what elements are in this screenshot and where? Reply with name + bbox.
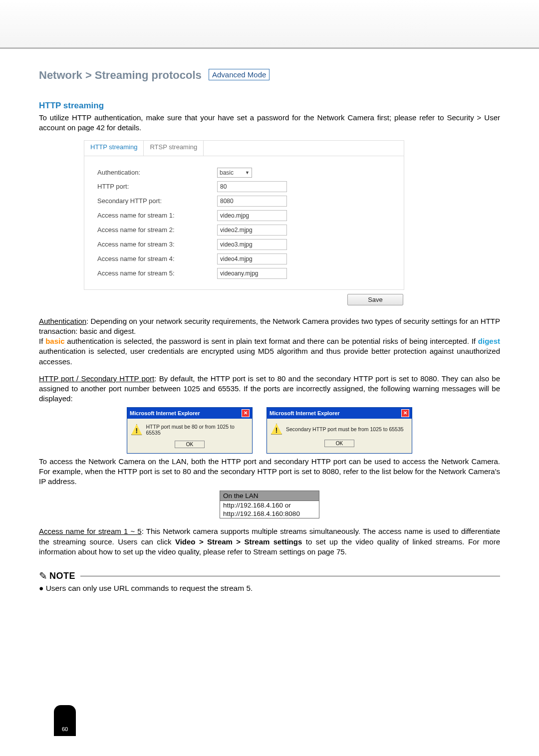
- lan-paragraph: To access the Network Camera on the LAN,…: [39, 457, 500, 487]
- http-port-input[interactable]: 80: [217, 181, 287, 192]
- warning-dialog-http-port: Microsoft Internet Explorer ✕ ! HTTP por…: [127, 407, 253, 454]
- http-streaming-subtitle: HTTP streaming: [39, 101, 500, 111]
- section-title: Network > Streaming protocols: [39, 69, 202, 81]
- auth-select[interactable]: basic ▼: [217, 168, 252, 178]
- stream3-input[interactable]: video3.mjpg: [217, 239, 287, 250]
- tab-http-streaming[interactable]: HTTP streaming: [84, 141, 144, 156]
- auth-paragraph: Authentication: Depending on your networ…: [39, 316, 500, 367]
- stream5-label: Access name for stream 5:: [97, 269, 217, 277]
- secondary-http-port-input[interactable]: 8080: [217, 196, 287, 207]
- page-number: 60: [54, 705, 76, 736]
- warning-icon: !: [271, 424, 282, 435]
- ok-button[interactable]: OK: [324, 440, 354, 447]
- note-heading: ✎ NOTE: [39, 570, 500, 582]
- lan-row: http://192.168.4.160 or: [220, 501, 319, 509]
- warning-dialog-secondary-port: Microsoft Internet Explorer ✕ ! Secondar…: [267, 407, 412, 454]
- dialog-title: Microsoft Internet Explorer: [130, 410, 200, 416]
- stream1-label: Access name for stream 1:: [97, 212, 217, 219]
- warning-icon: !: [131, 424, 142, 435]
- stream5-input[interactable]: videoany.mjpg: [217, 268, 287, 279]
- tab-rtsp-streaming[interactable]: RTSP streaming: [144, 141, 204, 156]
- dialog-row: Microsoft Internet Explorer ✕ ! HTTP por…: [39, 407, 500, 454]
- tab-bar: HTTP streaming RTSP streaming: [84, 141, 404, 156]
- close-icon[interactable]: ✕: [401, 409, 409, 417]
- settings-panel: HTTP streaming RTSP streaming Authentica…: [84, 140, 404, 290]
- note-divider: [80, 576, 500, 576]
- stream4-input[interactable]: video4.mjpg: [217, 253, 287, 264]
- stream1-input[interactable]: video.mjpg: [217, 210, 287, 221]
- port-paragraph: HTTP port / Secondary HTTP port: By defa…: [39, 374, 500, 404]
- save-button[interactable]: Save: [347, 294, 403, 305]
- http-port-label: HTTP port:: [97, 183, 217, 190]
- stream2-input[interactable]: video2.mjpg: [217, 225, 287, 236]
- stream4-label: Access name for stream 4:: [97, 255, 217, 262]
- dialog-message: HTTP port must be 80 or from 1025 to 655…: [146, 424, 248, 436]
- intro-paragraph: To utilize HTTP authentication, make sur…: [39, 113, 500, 133]
- header-band: [0, 0, 539, 49]
- mode-badge: Advanced Mode: [209, 69, 270, 80]
- lan-row: http://192.168.4.160:8080: [220, 509, 319, 518]
- chevron-down-icon: ▼: [245, 170, 250, 175]
- lan-table: On the LAN http://192.168.4.160 or http:…: [220, 491, 319, 518]
- dialog-message: Secondary HTTP port must be from 1025 to…: [286, 426, 404, 432]
- secondary-http-port-label: Secondary HTTP port:: [97, 197, 217, 205]
- close-icon[interactable]: ✕: [242, 409, 250, 417]
- dialog-title: Microsoft Internet Explorer: [270, 410, 340, 416]
- pin-icon: ✎: [39, 570, 47, 582]
- auth-select-value: basic: [220, 169, 234, 176]
- section-heading-row: Network > Streaming protocols Advanced M…: [39, 69, 500, 82]
- stream2-label: Access name for stream 2:: [97, 226, 217, 234]
- access-name-paragraph: Access name for stream 1 ~ 5: This Netwo…: [39, 526, 500, 557]
- auth-label: Authentication:: [97, 169, 217, 176]
- note-bullet: ● Users can only use URL commands to req…: [39, 584, 500, 593]
- ok-button[interactable]: OK: [175, 441, 205, 448]
- stream3-label: Access name for stream 3:: [97, 241, 217, 248]
- lan-header: On the LAN: [220, 491, 319, 501]
- note-label: NOTE: [49, 571, 75, 581]
